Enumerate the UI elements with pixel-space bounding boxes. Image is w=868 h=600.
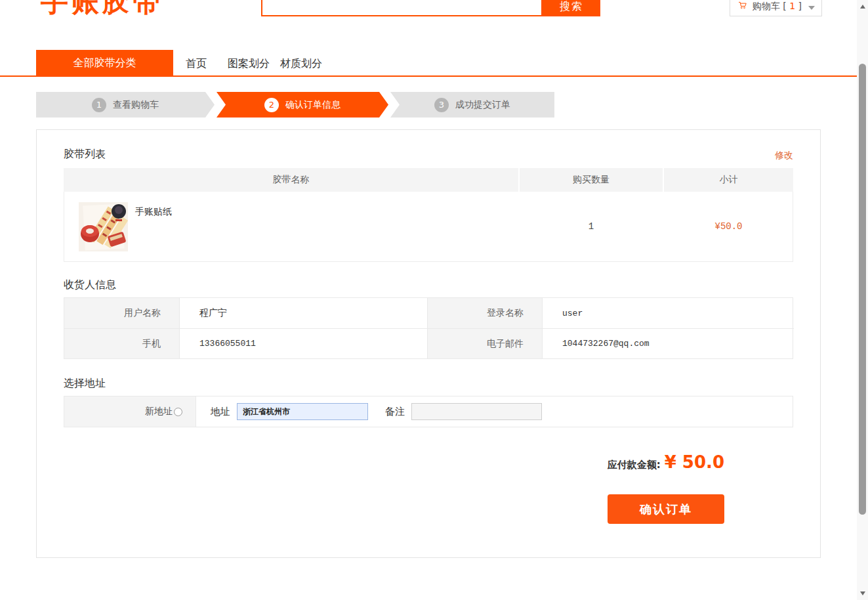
field-label-username: 用户名称 [64, 298, 179, 328]
product-qty: 1 [519, 192, 663, 261]
payment-amount: ¥ 50.0 [665, 452, 724, 472]
address-input[interactable] [237, 403, 368, 420]
receiver-table: 用户名称 程广宁 登录名称 user 手机 13366055011 电子邮件 1… [64, 297, 793, 359]
search-button[interactable]: 搜索 [543, 0, 600, 16]
tape-list-title: 胶带列表 [64, 148, 106, 161]
site-logo[interactable]: 手账胶带 [41, 0, 164, 16]
scrollbar[interactable] [857, 0, 868, 600]
main-nav: 全部胶带分类 首页 图案划分 材质划分 [0, 50, 857, 77]
product-image [79, 202, 128, 251]
receiver-info-title: 收货人信息 [64, 278, 116, 292]
triangle-down-icon [860, 591, 865, 595]
confirm-order-button[interactable]: 确认订单 [608, 494, 724, 524]
col-header-qty: 购买数量 [518, 168, 663, 192]
field-label-phone: 手机 [64, 328, 179, 358]
nav-tab-pattern[interactable]: 图案划分 [228, 50, 270, 77]
order-panel: 胶带列表 修改 胶带名称 购买数量 小计 [36, 129, 821, 558]
product-name: 手账贴纸 [135, 206, 172, 218]
step-number: 3 [434, 98, 449, 112]
cart-widget[interactable]: 购物车 [ 1 ] [730, 0, 822, 16]
note-label: 备注 [385, 406, 405, 418]
col-header-name: 胶带名称 [64, 168, 518, 192]
field-value-email: 1044732267@qq.com [542, 328, 794, 358]
cart-count: 1 [789, 1, 795, 11]
search-bar: 搜索 [261, 0, 600, 16]
step-label: 查看购物车 [113, 99, 159, 111]
scroll-down-arrow[interactable] [857, 588, 868, 599]
note-input[interactable] [411, 403, 542, 420]
field-value-login: user [542, 298, 794, 328]
field-label-email: 电子邮件 [427, 328, 542, 358]
step-order-submitted: 3 成功提交订单 [390, 92, 554, 118]
category-menu-button[interactable]: 全部胶带分类 [36, 50, 173, 77]
new-address-radio[interactable] [174, 408, 182, 416]
step-confirm-order: 2 确认订单信息 [217, 92, 388, 118]
step-number: 2 [264, 98, 279, 112]
new-address-label: 新地址 [145, 406, 173, 418]
triangle-up-icon [860, 5, 865, 9]
edit-link[interactable]: 修改 [775, 150, 793, 161]
nav-tab-material[interactable]: 材质划分 [280, 50, 322, 77]
cart-icon [738, 0, 747, 12]
address-row: 新地址 地址 备注 [64, 396, 793, 427]
table-row: 手账贴纸 1 ¥50.0 [64, 192, 793, 262]
col-header-subtotal: 小计 [663, 168, 793, 192]
address-section-title: 选择地址 [64, 377, 106, 391]
field-value-username: 程广宁 [179, 298, 427, 328]
scroll-up-arrow[interactable] [857, 1, 868, 12]
chevron-down-icon [808, 6, 815, 10]
step-label: 成功提交订单 [455, 99, 510, 111]
order-table: 胶带名称 购买数量 小计 [64, 168, 793, 262]
nav-tab-home[interactable]: 首页 [186, 50, 207, 77]
page: 手账胶带 搜索 购物车 [ 1 ] 全部胶带分类 首页 图案划分 材质划分 1 … [0, 0, 868, 600]
cart-label: 购物车 [ 1 ] [753, 1, 802, 12]
scrollbar-thumb[interactable] [859, 64, 866, 515]
field-value-phone: 13366055011 [179, 328, 427, 358]
step-label: 确认订单信息 [285, 99, 341, 111]
field-label-login: 登录名称 [427, 298, 542, 328]
product-subtotal: ¥50.0 [663, 192, 794, 261]
checkout-steps: 1 查看购物车 2 确认订单信息 3 成功提交订单 [36, 92, 554, 118]
search-input[interactable] [261, 0, 543, 16]
step-view-cart: 1 查看购物车 [36, 92, 215, 118]
address-label: 地址 [211, 406, 230, 418]
step-number: 1 [92, 98, 106, 112]
payment-label: 应付款金额: [608, 459, 661, 471]
order-table-header: 胶带名称 购买数量 小计 [64, 168, 793, 192]
